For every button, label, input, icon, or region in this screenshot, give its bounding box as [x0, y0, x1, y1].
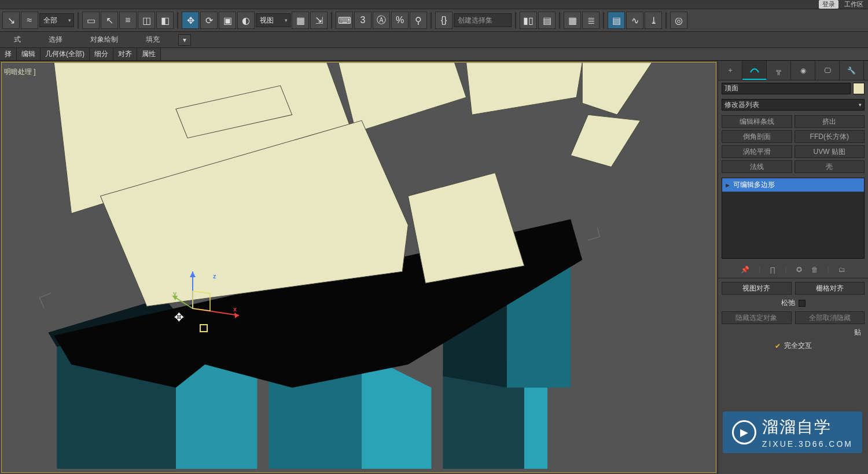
pivot-center-icon[interactable]: ▦ — [292, 12, 309, 29]
modify-tab-icon[interactable] — [742, 61, 767, 80]
material-editor-icon[interactable]: ◎ — [670, 12, 687, 29]
stack-item-editable-poly[interactable]: ▶ 可编辑多边形 — [722, 178, 864, 192]
snap-keyboard-icon[interactable]: ⌨ — [336, 12, 353, 29]
view-align-button[interactable]: 视图对齐 — [722, 282, 792, 295]
spinner-snap-icon[interactable]: ⚲ — [410, 12, 427, 29]
stack-toolbar: 📌 | ∏ | ✪ 🗑 | 🗂 — [718, 261, 868, 278]
manip-icon[interactable]: ⇲ — [310, 12, 328, 29]
schematic-view-icon[interactable]: ⤓ — [645, 12, 662, 29]
mirror-icon[interactable]: ▮▯ — [520, 12, 537, 29]
main-toolbar: ↘ ≈ 全部 ▭ ↖ ≡ ◫ ◧ ✥ ⟳ ▣ ◐ 视图 ▦ ⇲ ⌨ 3 Ⓐ % … — [0, 9, 868, 32]
watermark-url: ZIXUE.3D66.COM — [762, 439, 853, 449]
menu-bar: 登录 工作区 — [0, 0, 868, 9]
relax-label: 松弛 — [781, 298, 795, 308]
svg-marker-16 — [582, 63, 652, 115]
watermark: 溜溜自学 ZIXUE.3D66.COM — [723, 411, 862, 453]
svg-marker-14 — [408, 173, 524, 284]
ribbon-hint-row: 式 选择 对象绘制 填充 ▾ — [0, 32, 868, 48]
motion-tab-icon[interactable]: ◉ — [791, 61, 815, 80]
utilities-tab-icon[interactable]: 🔧 — [840, 61, 864, 80]
hint-style: 式 — [0, 35, 35, 45]
stack-item-label: 可编辑多边形 — [733, 180, 775, 190]
ribbon-tab[interactable]: 编辑 — [17, 48, 41, 60]
make-unique-icon[interactable]: ✪ — [796, 266, 802, 274]
select-icon[interactable]: ▭ — [82, 12, 100, 29]
login-button[interactable]: 登录 — [819, 0, 838, 9]
hint-fill: 填充 — [132, 35, 174, 45]
object-color-swatch[interactable] — [853, 83, 865, 94]
select-arrow-icon[interactable]: ↖ — [101, 12, 118, 29]
display-tab-icon[interactable]: 🖵 — [815, 61, 840, 80]
workspace-label: 工作区 — [844, 0, 863, 9]
move-cursor-icon: ✥ — [174, 310, 184, 324]
create-tab-icon[interactable]: ＋ — [718, 61, 742, 80]
move-tool-icon[interactable]: ✥ — [182, 12, 199, 29]
modifier-button[interactable]: 涡轮平滑 — [722, 145, 792, 158]
play-icon — [732, 420, 756, 444]
pin-stack-icon[interactable]: 📌 — [741, 266, 749, 274]
unhide-all-button[interactable]: 全部取消隐藏 — [795, 311, 865, 324]
ribbon-tab[interactable]: 对齐 — [113, 48, 137, 60]
curve-editor-icon[interactable]: ▤ — [608, 12, 625, 29]
ribbon-tab[interactable]: 属性 — [137, 48, 161, 60]
modifier-button[interactable]: 挤出 — [795, 115, 865, 128]
svg-marker-17 — [571, 115, 640, 167]
ribbon-tab[interactable]: 几何体(全部) — [41, 48, 90, 60]
configure-sets-icon[interactable]: 🗂 — [838, 266, 845, 274]
svg-marker-12 — [466, 63, 583, 115]
percent-snap-icon[interactable]: % — [391, 12, 409, 29]
show-end-result-icon[interactable]: ∏ — [770, 266, 775, 274]
layer-explorer-icon[interactable]: ▦ — [564, 12, 581, 29]
rollout-align: 视图对齐 栅格对齐 松弛 隐藏选定对象 全部取消隐藏 贴 ✔ 完全交互 — [722, 282, 865, 354]
expand-icon[interactable]: ▶ — [726, 182, 730, 188]
dope-sheet-icon[interactable]: ∿ — [626, 12, 643, 29]
align-icon[interactable]: ▤ — [538, 12, 556, 29]
remove-modifier-icon[interactable]: 🗑 — [811, 266, 818, 274]
toggle-ribbon-icon[interactable]: ≣ — [582, 12, 599, 29]
ref-coord-dropdown[interactable]: 视图 — [256, 13, 290, 27]
modifier-button[interactable]: 壳 — [795, 160, 865, 173]
select-by-name-icon[interactable]: ≡ — [119, 12, 137, 29]
link-icon[interactable]: ↘ — [2, 12, 20, 29]
paste-label: 贴 — [854, 328, 861, 337]
full-interactivity-label[interactable]: 完全交互 — [784, 341, 812, 351]
hierarchy-tab-icon[interactable]: ╦ — [767, 61, 791, 80]
region-rect-icon[interactable]: ◫ — [138, 12, 155, 29]
selection-filter-dropdown[interactable]: 全部 — [39, 13, 74, 27]
modifier-list-dropdown[interactable]: 修改器列表 — [722, 99, 865, 111]
hide-selected-button[interactable]: 隐藏选定对象 — [722, 311, 792, 324]
command-panel-tabs: ＋ ╦ ◉ 🖵 🔧 — [718, 61, 868, 80]
ribbon-tab[interactable]: 细分 — [90, 48, 113, 60]
modifier-stack[interactable]: ▶ 可编辑多边形 — [722, 178, 865, 259]
ribbon-tab[interactable]: 择 — [0, 48, 17, 60]
rotate-tool-icon[interactable]: ⟳ — [200, 12, 218, 29]
watermark-brand: 溜溜自学 — [762, 418, 832, 436]
ribbon-tabs: 择 编辑 几何体(全部) 细分 对齐 属性 — [0, 48, 868, 61]
window-crossing-icon[interactable]: ◧ — [156, 12, 174, 29]
placement-tool-icon[interactable]: ◐ — [237, 12, 255, 29]
modifier-button[interactable]: 法线 — [722, 160, 792, 173]
modifier-button[interactable]: UVW 贴图 — [795, 145, 865, 158]
modifier-quick-buttons: 编辑样条线 挤出 倒角剖面 FFD(长方体) 涡轮平滑 UVW 贴图 法线 壳 — [718, 113, 868, 175]
grid-align-button[interactable]: 栅格对齐 — [795, 282, 865, 295]
modifier-button[interactable]: FFD(长方体) — [795, 130, 865, 143]
modifier-button[interactable]: 倒角剖面 — [722, 130, 792, 143]
snap-toggle-icon[interactable]: 3 — [354, 12, 372, 29]
gizmo-pick-box — [200, 324, 208, 332]
relax-settings-button[interactable] — [799, 300, 806, 307]
viewport[interactable]: 明暗处理 ] — [1, 62, 716, 473]
named-set-edit-icon[interactable]: {} — [435, 12, 453, 29]
angle-snap-icon[interactable]: Ⓐ — [373, 12, 390, 29]
scale-tool-icon[interactable]: ▣ — [219, 12, 236, 29]
ribbon-expand-icon[interactable]: ▾ — [178, 34, 191, 46]
named-selection-set-input[interactable]: 创建选择集 — [454, 13, 512, 27]
wave-icon[interactable]: ≈ — [21, 12, 38, 29]
hint-select: 选择 — [35, 35, 76, 45]
hint-objpaint: 对象绘制 — [76, 35, 132, 45]
scene-3d — [2, 63, 716, 469]
object-name-input[interactable]: 顶面 — [722, 83, 851, 94]
modifier-button[interactable]: 编辑样条线 — [722, 115, 792, 128]
